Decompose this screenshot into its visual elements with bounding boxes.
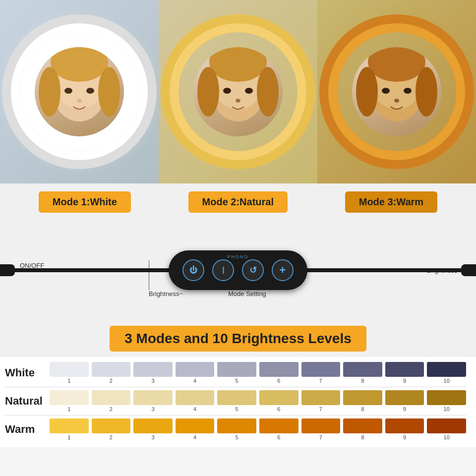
swatch-white-8 [343,362,382,377]
swatch-warm-9 [385,418,424,433]
swatch-white-9 [385,362,424,377]
swatch-col-natural-1: 1 [50,390,89,412]
swatch-num-white-10: 10 [444,378,450,384]
swatch-num-natural-8: 8 [361,406,364,412]
brightness-up-button[interactable]: + [272,259,294,281]
swatch-col-warm-6: 6 [259,418,298,440]
swatch-num-natural-5: 5 [236,406,238,412]
swatch-natural-10 [427,390,466,405]
brightness-row-white: White12345678910 [5,362,466,384]
ring-light-white [20,32,139,151]
face-white [35,47,124,136]
brightness-row-warm: Warm12345678910 [5,418,466,440]
mode-label-1: Mode 1:White [53,196,117,207]
swatch-num-white-1: 1 [67,378,70,384]
swatch-num-warm-4: 4 [193,434,196,440]
swatch-num-warm-9: 9 [403,434,406,440]
swatch-warm-5 [217,418,256,433]
brightness-number: 10 [213,331,228,346]
swatch-white-10 [427,362,466,377]
swatch-natural-2 [92,390,131,405]
swatch-warm-7 [301,418,341,433]
svg-point-12 [257,67,279,117]
swatch-white-7 [301,362,341,377]
svg-point-4 [98,67,120,117]
swatch-natural-6 [259,390,298,405]
onoff-button[interactable]: ⏻ [182,259,204,281]
swatch-warm-2 [92,418,131,433]
swatch-col-white-1: 1 [50,362,89,384]
swatch-white-1 [50,362,89,377]
mode-badge-1: Mode 1:White [39,191,131,213]
svg-point-21 [382,88,390,94]
swatch-num-natural-10: 10 [444,406,450,412]
swatch-num-white-6: 6 [277,378,280,384]
swatch-num-warm-7: 7 [319,434,322,440]
brand-text: PHONO [227,254,248,259]
swatch-white-4 [176,362,215,377]
swatch-num-white-7: 7 [319,378,322,384]
cable-end-left [0,264,15,276]
swatch-natural-8 [343,390,382,405]
swatch-num-warm-10: 10 [444,434,450,440]
swatch-warm-3 [133,418,173,433]
ring-panel-warm [317,0,476,183]
svg-point-3 [39,67,60,117]
row-label-white: White [5,366,50,379]
swatch-num-natural-3: 3 [151,406,154,412]
swatch-col-white-3: 3 [133,362,173,384]
row-divider [5,387,466,387]
swatch-white-6 [259,362,298,377]
svg-point-22 [404,88,412,94]
swatch-num-warm-1: 1 [67,434,70,440]
swatch-natural-5 [217,390,256,405]
swatch-num-natural-7: 7 [319,406,322,412]
swatch-num-natural-6: 6 [277,406,280,412]
swatch-col-natural-7: 7 [301,390,341,412]
swatch-col-white-4: 4 [176,362,215,384]
swatch-col-natural-10: 10 [427,390,466,412]
swatch-natural-7 [301,390,341,405]
swatch-col-warm-8: 8 [343,418,382,440]
swatch-col-warm-3: 3 [133,418,173,440]
mode-button[interactable]: ↺ [242,259,264,281]
swatch-num-white-9: 9 [403,378,406,384]
face-warm [352,47,441,136]
swatch-num-natural-9: 9 [403,406,406,412]
ring-light-images [0,0,476,183]
controller-section: PHONO ⏻ I ↺ + ON/OFF Brightness− Mode Se… [0,221,476,320]
swatch-col-warm-2: 2 [92,418,131,440]
swatch-num-natural-2: 2 [110,406,113,412]
svg-point-14 [245,88,253,94]
mode-badge-3: Mode 3:Warm [345,191,437,213]
swatch-col-warm-9: 9 [385,418,424,440]
brightness-text-prefix: 3 Modes and [124,331,212,346]
row-label-natural: Natural [5,395,50,408]
svg-point-5 [64,88,72,94]
swatch-col-warm-4: 4 [176,418,215,440]
brightness-row-natural: Natural12345678910 [5,390,466,412]
swatch-num-natural-1: 1 [67,406,70,412]
swatch-col-natural-8: 8 [343,390,382,412]
swatch-col-natural-9: 9 [385,390,424,412]
row-divider [5,415,466,416]
swatch-white-5 [217,362,256,377]
svg-point-19 [356,67,378,117]
swatch-col-natural-4: 4 [176,390,215,412]
svg-point-7 [77,99,82,103]
swatch-warm-4 [176,418,215,433]
swatch-natural-1 [50,390,89,405]
swatch-num-white-4: 4 [193,378,196,384]
svg-point-15 [236,99,240,103]
brightness-down-button[interactable]: I [212,259,234,281]
swatch-num-warm-5: 5 [236,434,238,440]
brightness-heading: 3 Modes and 10 Brightness Levels [0,320,476,357]
swatch-natural-9 [385,390,424,405]
swatch-col-natural-2: 2 [92,390,131,412]
svg-point-23 [394,99,399,103]
swatch-col-warm-7: 7 [301,418,341,440]
swatch-num-warm-8: 8 [361,434,364,440]
swatch-num-white-5: 5 [236,378,238,384]
swatch-warm-8 [343,418,382,433]
swatch-col-white-10: 10 [427,362,466,384]
